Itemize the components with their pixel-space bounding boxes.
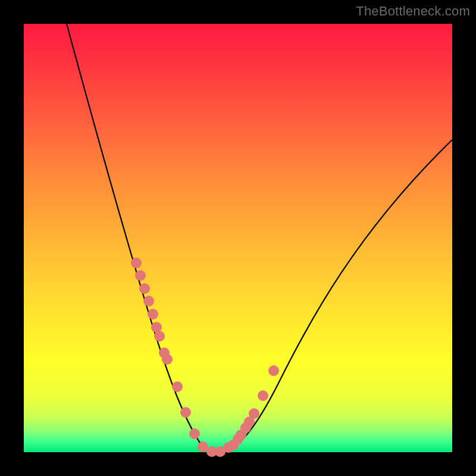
plot-area [24, 24, 452, 452]
watermark-text: TheBottleneck.com [356, 4, 470, 19]
dot [268, 365, 279, 376]
dot [172, 381, 183, 392]
dot [258, 390, 268, 401]
dot [180, 407, 191, 418]
dot [154, 331, 165, 342]
dot [143, 296, 154, 306]
dot [139, 283, 150, 294]
dot [249, 408, 259, 419]
dot [162, 354, 173, 365]
dot [135, 270, 146, 281]
chart-frame: TheBottleneck.com [0, 0, 476, 476]
dot [131, 258, 142, 268]
curve-layer [67, 24, 452, 452]
bottleneck-curve-path [67, 24, 452, 452]
highlight-dots-layer [131, 258, 279, 457]
dot [148, 309, 158, 320]
dot [189, 428, 200, 439]
chart-svg [24, 24, 452, 452]
